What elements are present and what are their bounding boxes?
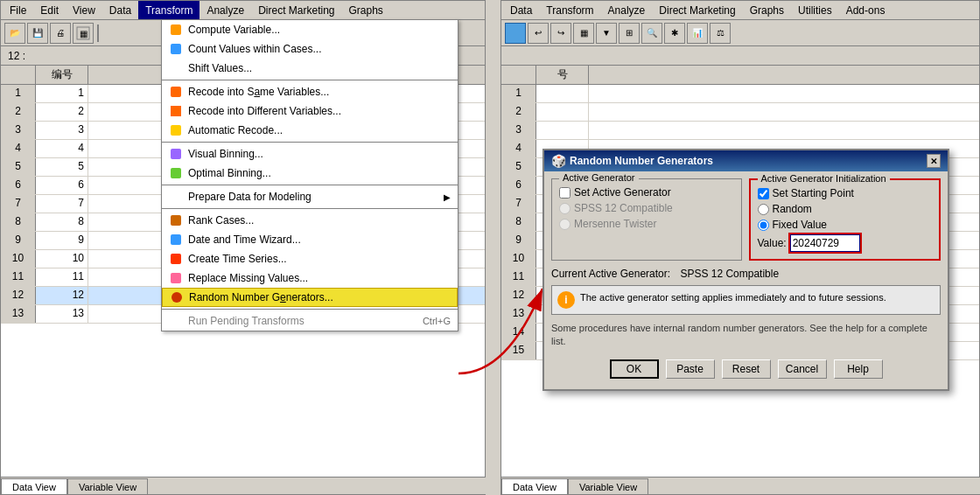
right-undo-btn[interactable]: ↩	[528, 23, 549, 44]
fixed-value-option: Fixed Value	[758, 219, 933, 231]
left-tab-bar: Data View Variable View	[1, 477, 486, 494]
help-button[interactable]: Help	[834, 359, 883, 379]
value-label: Value:	[758, 237, 787, 249]
right-pivot-btn[interactable]: ⊞	[619, 23, 640, 44]
toolbar-sep1	[97, 24, 99, 42]
menu-edit[interactable]: Edit	[33, 1, 66, 19]
fixed-value-label: Fixed Value	[773, 219, 827, 231]
active-generator-title: Active Generator	[559, 172, 639, 183]
menu-graphs[interactable]: Graphs	[341, 1, 389, 19]
menu-datetime-wizard[interactable]: Date and Time Wizard...	[162, 230, 458, 249]
menu-compute-variable[interactable]: Compute Variable...	[162, 20, 458, 39]
menu-recode-diff[interactable]: Recode into Different Variables...	[162, 101, 458, 121]
mersenne-label: Mersenne Twister	[574, 218, 656, 230]
svg-text:▦: ▦	[80, 29, 88, 38]
set-starting-point-checkbox[interactable]	[758, 188, 769, 199]
window-gap	[486, 0, 500, 495]
menu-visual-binning[interactable]: Visual Binning...	[162, 144, 458, 164]
random-label: Random	[773, 203, 812, 215]
set-active-generator-label: Set Active Generator	[574, 186, 671, 199]
menu-direct-marketing[interactable]: Direct Marketing	[251, 1, 341, 19]
menu-analyze[interactable]: Analyze	[200, 1, 251, 19]
right-menu-data[interactable]: Data	[503, 1, 539, 19]
random-number-generators-dialog: 🎲 Random Number Generators ✕ Active Gene…	[542, 149, 949, 391]
right-scale-btn[interactable]: ⚖	[710, 23, 731, 44]
menu-random-number-generators[interactable]: Random Number Generators...	[162, 288, 458, 307]
random-option: Random	[758, 203, 933, 215]
reset-button[interactable]: Reset	[722, 359, 771, 379]
spss12-radio[interactable]	[559, 203, 570, 214]
dialog-close-button[interactable]: ✕	[927, 154, 941, 168]
open-btn[interactable]: 📂	[4, 23, 25, 44]
value-input-row: Value:	[758, 234, 933, 252]
menu-sep2	[162, 142, 458, 143]
auto-recode-icon	[169, 123, 183, 137]
right-menu-utilities[interactable]: Utilities	[791, 1, 839, 19]
menu-sep5	[162, 309, 458, 310]
current-generator-label: Current Active Generator:	[551, 268, 670, 280]
menu-auto-recode[interactable]: Automatic Recode...	[162, 121, 458, 140]
menu-sep3	[162, 185, 458, 185]
set-active-generator-checkbox[interactable]	[559, 187, 570, 199]
svg-rect-2	[509, 29, 522, 38]
menu-file[interactable]: File	[3, 1, 33, 19]
random-radio[interactable]	[758, 204, 769, 215]
fixed-value-radio[interactable]	[758, 220, 769, 231]
menu-create-time-series[interactable]: Create Time Series...	[162, 249, 458, 268]
right-grid-header: 号	[501, 66, 979, 85]
menu-rank-cases[interactable]: Rank Cases...	[162, 211, 458, 230]
right-col-header: 号	[536, 66, 589, 84]
tab-variable-view[interactable]: Variable View	[67, 478, 148, 494]
right-find-btn[interactable]: 🔍	[641, 23, 662, 44]
menu-shift-values[interactable]: Shift Values...	[162, 59, 458, 78]
right-tab-data-view[interactable]: Data View	[501, 478, 568, 494]
menu-view[interactable]: View	[66, 1, 102, 19]
set-starting-point-label: Set Starting Point	[773, 187, 854, 199]
value-input[interactable]	[790, 234, 860, 252]
menu-replace-missing[interactable]: Replace Missing Values...	[162, 268, 458, 288]
prepare-icon	[169, 190, 183, 204]
cancel-button[interactable]: Cancel	[778, 359, 827, 379]
right-redo-btn[interactable]: ↪	[550, 23, 571, 44]
svg-rect-3	[511, 27, 516, 30]
mersenne-radio[interactable]	[559, 219, 570, 230]
save-btn[interactable]: 💾	[27, 23, 48, 44]
count-icon	[169, 42, 183, 56]
rng-icon	[170, 290, 184, 304]
right-menu-transform[interactable]: Transform	[539, 1, 600, 19]
right-graph2-btn[interactable]: 📊	[687, 23, 708, 44]
optimal-bin-icon	[169, 166, 183, 180]
active-generator-group: Active Generator Set Active Generator SP…	[551, 178, 742, 261]
dialog-title-label: Random Number Generators	[570, 155, 713, 167]
tab-data-view[interactable]: Data View	[1, 478, 67, 494]
visual-bin-icon	[169, 147, 183, 161]
right-menu-graphs[interactable]: Graphs	[743, 1, 791, 19]
menu-count-values[interactable]: Count Values within Cases...	[162, 39, 458, 59]
right-menu-direct-marketing[interactable]: Direct Marketing	[652, 1, 742, 19]
table-row: 1	[501, 85, 979, 103]
right-tab-variable-view[interactable]: Variable View	[568, 478, 648, 494]
dialog-titlebar: 🎲 Random Number Generators ✕	[544, 150, 948, 171]
menu-optimal-binning[interactable]: Optimal Binning...	[162, 164, 458, 183]
current-generator-row: Current Active Generator: SPSS 12 Compat…	[551, 268, 941, 280]
paste-button[interactable]: Paste	[666, 359, 715, 379]
right-open-btn[interactable]	[505, 23, 526, 44]
ok-button[interactable]: OK	[610, 359, 659, 379]
menu-data[interactable]: Data	[102, 1, 138, 19]
menu-prepare-data[interactable]: Prepare Data for Modeling	[162, 187, 458, 206]
menu-transform[interactable]: Transform	[138, 1, 200, 19]
menu-recode-same[interactable]: Recode into Same Variables...	[162, 82, 458, 101]
print-btn[interactable]: 🖨	[50, 23, 71, 44]
dialog-buttons: OK Paste Reset Cancel Help	[551, 356, 941, 382]
right-menu-analyze[interactable]: Analyze	[601, 1, 653, 19]
right-star-btn[interactable]: ✱	[664, 23, 685, 44]
right-table-btn[interactable]: ▦	[573, 23, 594, 44]
right-menu-addons[interactable]: Add-ons	[839, 1, 892, 19]
dialog-recall-btn[interactable]: ▦	[73, 23, 94, 44]
right-chart-btn[interactable]: ▼	[596, 23, 617, 44]
recode-diff-icon	[169, 104, 183, 118]
datetime-icon	[169, 233, 183, 247]
menu-sep1	[162, 80, 458, 80]
generator-initialization-group: Active Generator Initialization Set Star…	[749, 178, 942, 261]
transform-dropdown-menu: Compute Variable... Count Values within …	[161, 19, 458, 331]
